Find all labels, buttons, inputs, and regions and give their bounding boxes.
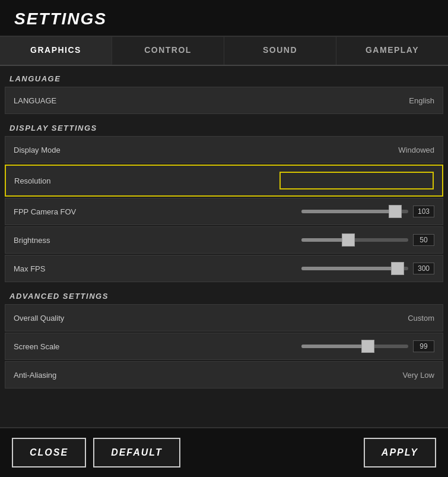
display-mode-label: Display Mode — [14, 146, 97, 154]
screen-scale-fill — [301, 345, 368, 348]
row-screen-scale: Screen Scale 99 — [5, 333, 443, 360]
brightness-track[interactable] — [301, 238, 408, 242]
row-display-mode[interactable]: Display Mode Windowed — [5, 136, 443, 163]
language-label: LANGUAGE — [14, 96, 97, 105]
display-mode-value: Windowed — [398, 146, 434, 154]
default-button[interactable]: DEFAULT — [93, 438, 180, 467]
close-button[interactable]: CLOSE — [12, 438, 86, 467]
fpp-fov-fill — [301, 210, 395, 213]
fpp-fov-track[interactable] — [301, 210, 408, 213]
tab-graphics[interactable]: GRAPHICS — [0, 37, 112, 65]
screen-scale-thumb[interactable] — [361, 340, 374, 353]
apply-button[interactable]: APPLY — [364, 438, 436, 467]
row-anti-aliasing[interactable]: Anti-Aliasing Very Low — [5, 361, 443, 388]
section-label-advanced: ADVANCED SETTINGS — [5, 283, 443, 304]
row-language[interactable]: LANGUAGE English — [5, 87, 443, 114]
anti-aliasing-value: Very Low — [403, 371, 434, 380]
fpp-fov-slider-container: 103 — [301, 206, 434, 217]
tab-control[interactable]: CONTROL — [112, 37, 224, 65]
brightness-value: 50 — [413, 234, 434, 246]
max-fps-thumb[interactable] — [391, 262, 404, 275]
tab-gameplay[interactable]: GAMEPLAY — [336, 37, 448, 65]
tabs-bar: GRAPHICS CONTROL SOUND GAMEPLAY — [0, 37, 448, 66]
settings-header: SETTINGS — [0, 0, 448, 37]
row-fpp-fov: FPP Camera FOV 103 — [5, 198, 443, 225]
screen-scale-slider-container: 99 — [301, 340, 434, 352]
brightness-thumb[interactable] — [342, 233, 355, 247]
brightness-label: Brightness — [14, 236, 97, 245]
row-brightness: Brightness 50 — [5, 226, 443, 254]
language-value: English — [409, 96, 434, 105]
anti-aliasing-label: Anti-Aliasing — [14, 371, 97, 380]
resolution-label: Resolution — [14, 176, 97, 185]
brightness-slider-container: 50 — [301, 234, 434, 246]
fpp-fov-label: FPP Camera FOV — [14, 207, 97, 216]
settings-panel: SETTINGS GRAPHICS CONTROL SOUND GAMEPLAY… — [0, 0, 448, 477]
max-fps-track[interactable] — [301, 267, 408, 270]
screen-scale-track[interactable] — [301, 345, 408, 348]
footer-bar: CLOSE DEFAULT APPLY — [0, 427, 448, 477]
section-label-language: LANGUAGE — [5, 66, 443, 87]
row-max-fps: Max FPS 300 — [5, 255, 443, 282]
max-fps-slider-container: 300 — [301, 263, 434, 274]
tab-sound[interactable]: SOUND — [224, 37, 336, 65]
fpp-fov-thumb[interactable] — [389, 205, 402, 218]
overall-quality-label: Overall Quality — [14, 314, 97, 323]
row-overall-quality[interactable]: Overall Quality Custom — [5, 304, 443, 331]
max-fps-value: 300 — [413, 263, 434, 274]
settings-title: SETTINGS — [14, 10, 434, 29]
max-fps-fill — [301, 267, 398, 270]
settings-body: LANGUAGE LANGUAGE English DISPLAY SETTIN… — [0, 66, 448, 427]
screen-scale-value: 99 — [413, 340, 434, 352]
section-label-display: DISPLAY SETTINGS — [5, 115, 443, 136]
overall-quality-value: Custom — [408, 314, 434, 323]
row-resolution[interactable]: Resolution — [5, 165, 443, 197]
max-fps-label: Max FPS — [14, 264, 97, 273]
screen-scale-label: Screen Scale — [14, 342, 97, 351]
fpp-fov-value: 103 — [413, 206, 434, 217]
resolution-input[interactable] — [279, 172, 434, 189]
